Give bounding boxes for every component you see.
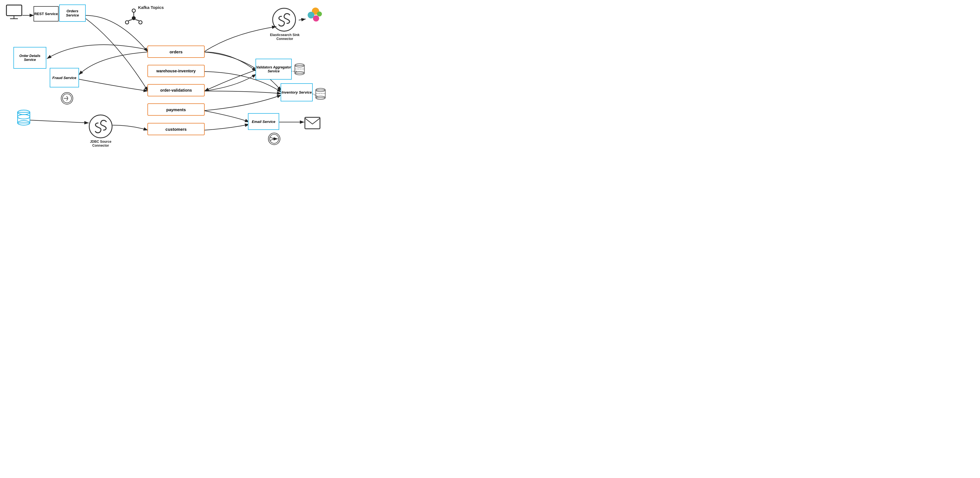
order-details-label: Order Details Service <box>14 54 46 62</box>
email-service-label: Email Service <box>252 120 275 124</box>
rest-service-box: REST Service <box>33 6 59 22</box>
validators-aggregator-label: Validators Aggregator Service <box>256 65 291 73</box>
kafka-topics-label: Kafka Topics <box>125 5 173 10</box>
topic-customers-label: customers <box>165 127 187 132</box>
svg-rect-7 <box>6 5 22 16</box>
svg-point-25 <box>313 15 319 22</box>
svg-line-37 <box>270 139 274 140</box>
topic-customers: customers <box>148 123 205 135</box>
relay-fraud-icon <box>61 92 73 105</box>
svg-line-2 <box>30 120 89 123</box>
svg-point-15 <box>18 115 30 119</box>
topic-payments-label: payments <box>166 107 186 112</box>
elasticsearch-connector-icon <box>272 8 296 32</box>
order-details-service-box: Order Details Service <box>13 47 46 69</box>
monitor-icon <box>5 4 23 21</box>
svg-rect-39 <box>305 117 320 129</box>
mail-icon <box>304 117 321 129</box>
svg-point-18 <box>139 21 142 24</box>
email-service-box: Email Service <box>248 113 279 130</box>
orders-service-label: Orders Service <box>60 9 85 18</box>
topic-validations: order-validations <box>148 84 205 96</box>
topic-validations-label: order-validations <box>160 88 192 92</box>
fraud-service-box: Fraud Service <box>50 68 79 88</box>
svg-line-21 <box>135 19 139 21</box>
svg-point-26 <box>317 11 322 16</box>
topic-payments: payments <box>148 104 205 116</box>
rest-service-label: REST Service <box>34 12 58 16</box>
fraud-service-label: Fraud Service <box>52 76 76 80</box>
elasticsearch-connector-label: Elasticsearch Sink Connector <box>267 33 303 41</box>
elastic-cluster-icon <box>305 6 323 24</box>
svg-line-36 <box>270 137 274 139</box>
architecture-diagram: REST Service Orders Service Order Detail… <box>0 0 327 159</box>
inventory-service-label: Inventory Service <box>282 90 312 94</box>
jdbc-connector-icon <box>89 115 113 138</box>
svg-point-19 <box>126 21 129 24</box>
kafka-hub-icon <box>125 8 143 28</box>
source-db-icon <box>16 109 32 127</box>
orders-service-box: Orders Service <box>59 5 86 22</box>
topic-warehouse-label: warehouse-inventory <box>156 69 196 73</box>
validators-aggregator-box: Validators Aggregator Service <box>256 59 292 80</box>
svg-line-22 <box>129 19 132 21</box>
topic-warehouse: warehouse-inventory <box>148 65 205 77</box>
jdbc-connector-label: JDBC Source Connector <box>83 140 118 148</box>
topic-orders-label: orders <box>169 49 183 54</box>
validators-db-icon <box>294 63 305 76</box>
topic-orders: orders <box>148 46 205 58</box>
relay-email-icon <box>268 133 280 145</box>
inventory-service-box: Inventory Service <box>281 83 313 101</box>
svg-point-16 <box>132 16 136 20</box>
inventory-db-icon <box>315 88 326 101</box>
